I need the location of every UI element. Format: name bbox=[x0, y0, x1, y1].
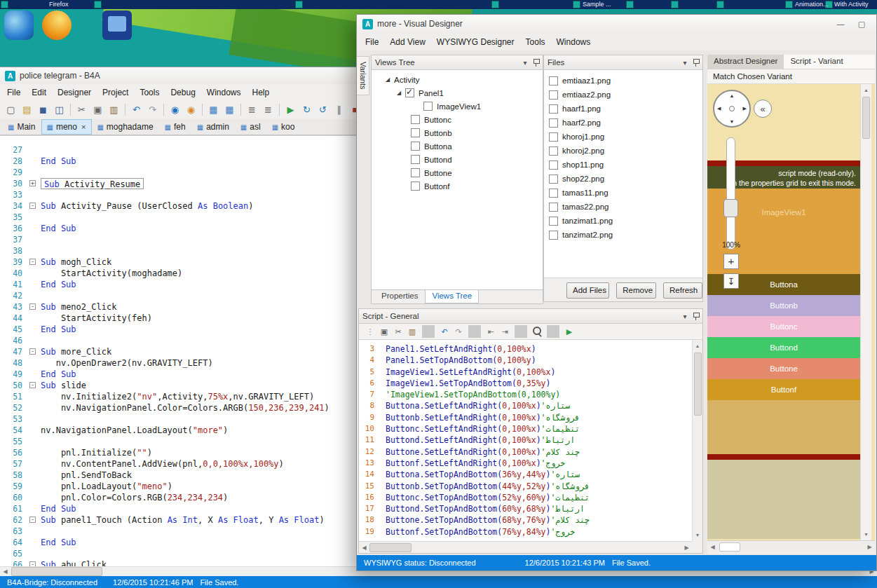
scrollbar-thumb[interactable] bbox=[369, 543, 412, 552]
code-line[interactable]: 17Buttond.SetTopAndBottom(60%y,68%y)'ارت… bbox=[359, 503, 692, 514]
script-general-header[interactable]: Script - General bbox=[359, 309, 702, 324]
window-icon[interactable] bbox=[573, 1, 580, 8]
files-header[interactable]: Files bbox=[544, 55, 702, 70]
match-chosen-variant[interactable]: Match Chosen Variant bbox=[707, 71, 798, 82]
dropdown-icon[interactable] bbox=[520, 57, 530, 67]
scroll-left-icon[interactable] bbox=[359, 542, 369, 553]
expander-icon[interactable]: ◢ bbox=[386, 76, 394, 83]
menu-file[interactable]: File bbox=[360, 35, 384, 49]
desktop-icon-browser[interactable] bbox=[4, 11, 34, 40]
script-editor[interactable]: 3Panel1.SetLeftAndRight(0,100%x)4Panel1.… bbox=[359, 340, 692, 541]
minimize-button[interactable] bbox=[831, 18, 850, 30]
indent-icon[interactable]: ⇥ bbox=[498, 325, 511, 338]
nav-left-icon[interactable] bbox=[717, 106, 721, 111]
collapse-toolbox-button[interactable] bbox=[754, 100, 772, 118]
fold-toggle-icon[interactable]: - bbox=[29, 517, 36, 523]
tab-koo[interactable]: koo bbox=[267, 119, 301, 135]
pin-icon[interactable] bbox=[693, 58, 699, 67]
fold-toggle-icon[interactable]: + bbox=[29, 180, 36, 186]
window-icon[interactable] bbox=[626, 1, 634, 8]
tree-item-imageview1[interactable]: ImageView1 bbox=[372, 100, 543, 113]
list-icon[interactable]: ≣ bbox=[245, 102, 259, 117]
tree-item-buttone[interactable]: Buttone bbox=[372, 166, 543, 179]
file-checkbox[interactable] bbox=[549, 175, 558, 184]
code-line[interactable]: 4Panel1.SetTopAndBottom(0,100%y) bbox=[359, 355, 692, 366]
window-icon[interactable] bbox=[671, 1, 679, 8]
code-line[interactable]: 16Buttonc.SetTopAndBottom(52%y,60%y)'تنظ… bbox=[359, 492, 692, 503]
window-title-fragment[interactable]: With Activity bbox=[834, 0, 869, 9]
designer-canvas[interactable]: script mode (read-only). on the properti… bbox=[707, 84, 875, 540]
file-item[interactable]: haarf2.png bbox=[544, 116, 702, 130]
tree-item-buttond[interactable]: Buttond bbox=[372, 153, 543, 166]
scroll-right-icon[interactable] bbox=[864, 542, 875, 552]
code-line[interactable]: 7'ImageView1.SetTopAndBottom(0,100%y) bbox=[359, 389, 692, 400]
separator[interactable] bbox=[240, 104, 241, 116]
window-title-fragment[interactable]: Firefox bbox=[49, 0, 69, 9]
window-icon[interactable] bbox=[94, 1, 102, 8]
cut-icon[interactable]: ✂ bbox=[392, 325, 404, 338]
tab-meno[interactable]: meno × bbox=[41, 119, 92, 135]
scrollbar-thumb[interactable] bbox=[719, 542, 740, 552]
preview-buttone[interactable]: Buttone bbox=[707, 358, 860, 379]
nav-right-icon[interactable] bbox=[743, 106, 747, 111]
tab-moghadame[interactable]: moghadame bbox=[92, 119, 159, 135]
file-checkbox[interactable] bbox=[549, 118, 558, 128]
separator[interactable] bbox=[163, 104, 164, 116]
redo-icon[interactable]: ↷ bbox=[452, 325, 465, 338]
tree-item-buttona[interactable]: Buttona bbox=[372, 139, 543, 153]
variants-side-tab[interactable]: Variants bbox=[357, 56, 369, 95]
designer-grid-icon[interactable]: ▦ bbox=[206, 102, 221, 117]
new-icon[interactable]: ▢ bbox=[4, 102, 18, 117]
window-icon[interactable] bbox=[716, 1, 724, 8]
dropdown-icon[interactable] bbox=[680, 57, 690, 67]
script-horizontal-scrollbar[interactable] bbox=[359, 541, 692, 553]
tab-admin[interactable]: admin bbox=[192, 119, 236, 135]
dropdown-icon[interactable] bbox=[680, 311, 690, 321]
file-checkbox[interactable] bbox=[549, 189, 558, 198]
tree-item-buttonf[interactable]: Buttonf bbox=[372, 179, 543, 193]
run-icon[interactable]: ▶ bbox=[283, 102, 298, 117]
outline-icon[interactable]: ≣ bbox=[261, 102, 276, 117]
file-item[interactable]: tamas22.png bbox=[544, 200, 702, 214]
undo-icon[interactable]: ↶ bbox=[129, 102, 144, 117]
scroll-down-icon[interactable] bbox=[693, 530, 703, 540]
tab-feh[interactable]: feh bbox=[160, 119, 192, 135]
scrollbar-thumb[interactable] bbox=[862, 97, 870, 139]
nav-forward-icon[interactable]: ◉ bbox=[184, 102, 198, 117]
preview-buttonc[interactable]: Buttonc bbox=[707, 316, 860, 337]
nav-up-icon[interactable] bbox=[730, 93, 735, 98]
menu-tools[interactable]: Tools bbox=[134, 86, 165, 100]
vd-title-bar[interactable]: A more - Visual Designer bbox=[357, 15, 876, 33]
scrollbar-thumb[interactable] bbox=[11, 567, 102, 576]
menu-project[interactable]: Project bbox=[97, 86, 134, 100]
navigation-wheel[interactable] bbox=[713, 90, 751, 128]
tree-item-buttonc[interactable]: Buttonc bbox=[372, 113, 543, 126]
tree-item-buttonb[interactable]: Buttonb bbox=[372, 126, 543, 139]
cut-icon[interactable]: ✂ bbox=[74, 102, 89, 117]
file-item[interactable]: khoroj1.png bbox=[544, 130, 702, 144]
file-checkbox[interactable] bbox=[549, 132, 558, 142]
menu-file[interactable]: File bbox=[1, 86, 26, 100]
pause-icon[interactable]: ∥ bbox=[332, 102, 346, 117]
preview-buttonb[interactable]: Buttonb bbox=[707, 295, 860, 316]
scroll-up-icon[interactable] bbox=[693, 341, 703, 351]
outdent-icon[interactable]: ⇤ bbox=[484, 325, 497, 338]
preview-buttonf[interactable]: Buttonf bbox=[707, 379, 860, 400]
zoom-reset-button[interactable] bbox=[723, 254, 739, 269]
code-line[interactable]: 18Buttone.SetTopAndBottom(68%y,76%y)'چند… bbox=[359, 514, 692, 526]
view-checkbox[interactable] bbox=[411, 128, 420, 137]
code-line[interactable]: 5ImageView1.SetLeftAndRight(0,100%x) bbox=[359, 367, 692, 378]
code-line[interactable]: 11Buttond.SetLeftAndRight(0,100%x)'ارتبا… bbox=[359, 435, 692, 446]
menu-debug[interactable]: Debug bbox=[165, 86, 200, 100]
refresh-button[interactable]: Refresh bbox=[663, 282, 702, 299]
window-title-fragment[interactable]: Sample ... bbox=[583, 0, 611, 9]
desktop-icon-firefox[interactable] bbox=[42, 11, 72, 40]
window-icon[interactable] bbox=[785, 1, 793, 8]
menu-wysiwyg-designer[interactable]: WYSIWYG Designer bbox=[431, 35, 520, 49]
file-item[interactable]: emtiaaz2.png bbox=[544, 88, 702, 102]
separator[interactable] bbox=[125, 104, 125, 116]
menu-windows[interactable]: Windows bbox=[551, 35, 597, 49]
save-all-icon[interactable]: ◫ bbox=[52, 102, 67, 117]
code-line[interactable]: 10Buttonc.SetLeftAndRight(0,100%x)'تنظیم… bbox=[359, 423, 692, 435]
menu-tools[interactable]: Tools bbox=[520, 35, 551, 49]
